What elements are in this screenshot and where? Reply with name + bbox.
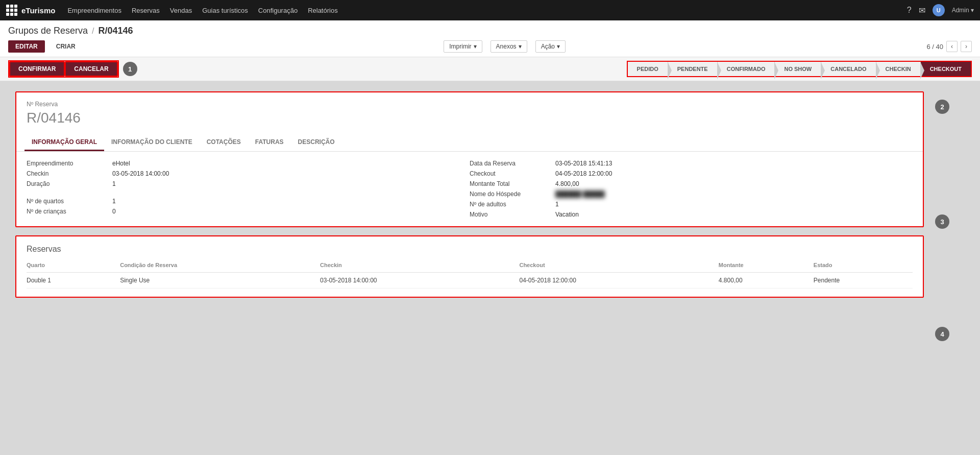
- tab-faturas[interactable]: FATURAS: [248, 134, 291, 151]
- confirm-button[interactable]: CONFIRMAR: [9, 61, 65, 77]
- status-cancelado[interactable]: CANCELADO: [821, 62, 876, 76]
- annotation-badge-2: 2: [935, 100, 949, 114]
- value-motivo: Vacation: [555, 211, 913, 218]
- status-checkout[interactable]: CHECKOUT: [921, 62, 971, 76]
- status-checkin-label: CHECKIN: [886, 66, 911, 72]
- info-row-checkout: Checkout 04-05-2018 12:00:00: [470, 170, 913, 177]
- info-row-checkin: Checkin 03-05-2018 14:00:00: [27, 170, 470, 177]
- cell-quarto: Double 1: [27, 273, 120, 289]
- label-empreendimento: Empreendimento: [27, 160, 108, 167]
- help-icon[interactable]: ?: [907, 6, 912, 15]
- main-content: 2 3 Nº Reserva R/04146 INFORMAÇÃO GERAL …: [0, 81, 980, 455]
- table-row[interactable]: Double 1 Single Use 03-05-2018 14:00:00 …: [27, 273, 913, 289]
- label-duracao: Duração: [27, 180, 108, 187]
- info-row-empreendimento: Empreendimento eHotel: [27, 160, 470, 167]
- status-pedido-label: PEDIDO: [637, 66, 658, 72]
- annotation-badge-3: 3: [935, 214, 949, 229]
- next-button[interactable]: ›: [961, 41, 972, 52]
- breadcrumb-bar: Grupos de Reserva / R/04146 EDITAR CRIAR…: [0, 20, 980, 57]
- reservas-section: Reservas Quarto Condição de Reserva Chec…: [15, 235, 924, 298]
- annexes-button[interactable]: Anexos ▾: [491, 40, 527, 53]
- print-arrow-icon: ▾: [474, 43, 477, 50]
- menu-vendas[interactable]: Vendas: [170, 7, 192, 14]
- value-criancas: 0: [112, 208, 470, 215]
- menu-empreendimentos[interactable]: Empreendimentos: [67, 7, 121, 14]
- value-checkout: 04-05-2018 12:00:00: [555, 170, 913, 177]
- label-adultos: Nº de adultos: [470, 201, 551, 208]
- menu-reservas[interactable]: Reservas: [132, 7, 160, 14]
- menu-guias[interactable]: Guias turísticos: [202, 7, 248, 14]
- status-confirmado-label: CONFIRMADO: [727, 66, 766, 72]
- cell-checkout: 04-05-2018 12:00:00: [519, 273, 718, 289]
- value-duracao: 1: [112, 180, 470, 187]
- info-right-col: Data da Reserva 03-05-2018 15:41:13 Chec…: [470, 160, 913, 218]
- info-row-montante: Montante Total 4.800,00: [470, 180, 913, 187]
- breadcrumb-parent[interactable]: Grupos de Reserva: [8, 26, 88, 36]
- cell-estado: Pendente: [814, 273, 913, 289]
- status-pedido[interactable]: PEDIDO: [628, 62, 668, 76]
- annotation-badge-4: 4: [935, 327, 949, 341]
- menu-configuracao[interactable]: Configuração: [258, 7, 298, 14]
- reservas-title: Reservas: [27, 245, 913, 254]
- label-motivo: Motivo: [470, 211, 551, 218]
- label-criancas: Nº de crianças: [27, 208, 108, 215]
- tab-informacao-cliente[interactable]: INFORMAÇÃO DO CLIENTE: [104, 134, 200, 151]
- value-quartos: 1: [112, 198, 470, 205]
- reservas-table: Quarto Condição de Reserva Checkin Check…: [27, 260, 913, 289]
- cancel-button[interactable]: CANCELAR: [65, 61, 117, 77]
- value-montante: 4.800,00: [555, 180, 913, 187]
- col-condicao: Condição de Reserva: [120, 260, 320, 273]
- info-row-criancas: Nº de crianças 0: [27, 208, 470, 215]
- breadcrumb: Grupos de Reserva / R/04146: [8, 26, 972, 36]
- edit-button[interactable]: EDITAR: [8, 40, 45, 53]
- prev-button[interactable]: ‹: [946, 41, 958, 52]
- action-arrow-icon: ▾: [557, 43, 560, 50]
- info-card: Nº Reserva R/04146 INFORMAÇÃO GERAL INFO…: [15, 91, 924, 227]
- avatar: U: [933, 4, 945, 16]
- tab-informacao-geral[interactable]: INFORMAÇÃO GERAL: [24, 134, 104, 151]
- toolbar-right: 6 / 40 ‹ ›: [926, 41, 972, 52]
- chat-icon[interactable]: ✉: [919, 6, 925, 15]
- user-name[interactable]: Admin ▾: [952, 7, 974, 14]
- app-name: eTurismo: [21, 6, 55, 15]
- breadcrumb-separator: /: [92, 27, 94, 36]
- value-empreendimento: eHotel: [112, 160, 470, 167]
- label-hospede: Nome do Hóspede: [470, 190, 551, 198]
- info-row-motivo: Motivo Vacation: [470, 211, 913, 218]
- topnav-right: ? ✉ U Admin ▾: [907, 4, 974, 16]
- label-checkout: Checkout: [470, 170, 551, 177]
- status-noshow-label: NO SHOW: [784, 66, 812, 72]
- cell-montante: 4.800,00: [719, 273, 814, 289]
- status-checkin[interactable]: CHECKIN: [876, 62, 921, 76]
- annexes-arrow-icon: ▾: [519, 43, 522, 50]
- toolbar-center: Imprimir ▾ Anexos ▾ Ação ▾: [444, 40, 566, 53]
- col-montante: Montante: [719, 260, 814, 273]
- app-logo: eTurismo: [6, 5, 55, 16]
- annotation-badge-1: 1: [123, 62, 137, 76]
- tab-descricao[interactable]: DESCRIÇÃO: [291, 134, 342, 151]
- action-bar-left: CONFIRMAR CANCELAR 1: [8, 60, 137, 78]
- menu-relatorios[interactable]: Relatórios: [308, 7, 338, 14]
- status-pendente[interactable]: PENDENTE: [668, 62, 718, 76]
- tab-cotacoes[interactable]: COTAÇÕES: [200, 134, 248, 151]
- pagination-text: 6 / 40: [926, 43, 943, 51]
- label-montante: Montante Total: [470, 180, 551, 187]
- print-button[interactable]: Imprimir ▾: [444, 40, 482, 53]
- status-pendente-label: PENDENTE: [677, 66, 708, 72]
- action-bar: CONFIRMAR CANCELAR 1 PEDIDO PENDENTE CON…: [0, 57, 980, 81]
- main-menu: Empreendimentos Reservas Vendas Guias tu…: [67, 7, 894, 14]
- info-row-hospede: Nome do Hóspede ██████ █████: [470, 190, 913, 198]
- create-button[interactable]: CRIAR: [49, 40, 83, 53]
- status-confirmado[interactable]: CONFIRMADO: [718, 62, 775, 76]
- status-pipeline: PEDIDO PENDENTE CONFIRMADO NO SHOW CANCE…: [627, 61, 972, 77]
- info-row-quartos: Nº de quartos 1: [27, 198, 470, 205]
- status-noshow[interactable]: NO SHOW: [775, 62, 821, 76]
- reservation-number-label: Nº Reserva: [16, 92, 923, 110]
- info-row-data-reserva: Data da Reserva 03-05-2018 15:41:13: [470, 160, 913, 167]
- reservation-number: R/04146: [16, 110, 923, 134]
- grid-icon: [6, 5, 17, 16]
- col-checkin: Checkin: [320, 260, 519, 273]
- action-button[interactable]: Ação ▾: [535, 40, 566, 53]
- top-navigation: eTurismo Empreendimentos Reservas Vendas…: [0, 0, 980, 20]
- label-quartos: Nº de quartos: [27, 198, 108, 205]
